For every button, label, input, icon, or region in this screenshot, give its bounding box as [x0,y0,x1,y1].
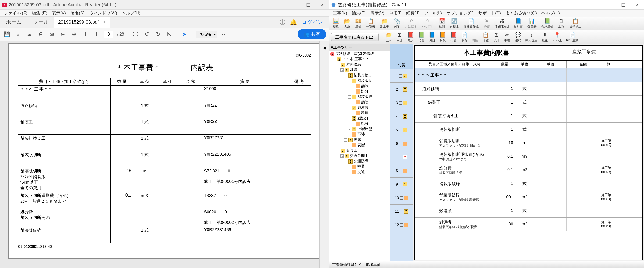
toolbar-間接費作成[interactable]: 📄間接費作成 [462,18,480,29]
row-checkbox[interactable] [399,156,402,159]
row-number-cell[interactable]: 12 [390,218,413,232]
grid-header[interactable]: 単位 [515,60,534,68]
toolbar-諸雑[interactable]: 📋諸雑 [481,31,490,43]
menu-item[interactable]: 表示(V) [50,9,68,17]
toolbar-小計[interactable]: Σ小計 [492,31,501,43]
row-number-cell[interactable]: 4Σ [390,110,413,123]
tree-node[interactable]: -Σ殻処分 [329,116,390,121]
grid-row[interactable]: 殻運搬 1 式 [415,204,642,218]
grid-row[interactable]: 舗装版切断運搬費(汚泥)2t車 片道25kmまで 0.1 m3 [415,150,642,163]
row-number-cell[interactable]: 8 [390,164,413,178]
toolbar-最後[interactable]: ⬇最後 [540,31,550,43]
grid-row[interactable]: 舗装工 1 式 [415,96,642,109]
gaia-menu-item[interactable]: 工事(K) [331,9,349,17]
row-checkbox[interactable] [399,183,402,186]
tree-toggle-icon[interactable]: - [337,149,340,152]
cost-grid[interactable]: 本工事費内訳書 直接工事費 費目／工種／種別／細別／規格数量単位単価金額摘 ＊＊… [414,45,643,260]
grid-header[interactable]: 金額 [567,60,599,68]
toolbar-PDF連動[interactable]: 📄PDF連動 [565,31,580,43]
gaia-maximize-button[interactable]: ☐ [618,2,628,8]
gaia-menu-item[interactable]: 編集(E) [350,9,368,17]
rotate-cw-icon[interactable]: ↻ [154,30,162,38]
document-area[interactable]: 買0-0002 ＊本工事費＊ 内訳表 費目・工種・施工名称など数 量単 位単 価… [0,41,329,268]
tree-toggle-icon[interactable]: - [333,58,336,61]
document-tab[interactable]: 2019015299-03.pdf ✕ [54,16,110,28]
toolbar-工程[interactable]: 🗓工程 [556,18,566,29]
side-panel-rail[interactable]: ◀ [320,41,329,268]
crop-icon[interactable]: ⇱ [166,30,173,38]
gaia-menu-item[interactable]: オプション(O) [445,9,476,17]
row-number-cell[interactable]: 10 [390,191,413,205]
rotate-ccw-icon[interactable]: ↺ [143,30,150,38]
tree-root[interactable]: ● 道路修繕工事(舗装修繕 [329,51,390,56]
bell-icon[interactable]: 🔔 [290,19,297,26]
row-checkbox[interactable] [400,210,403,213]
toolbar-代価[interactable]: 📕代価 [449,31,458,43]
gaia-menu-item[interactable]: 単価(I) [387,9,403,17]
close-button[interactable]: ✕ [318,2,327,8]
toolbar-一覧表[interactable]: 📋一覧表 [365,18,377,29]
toolbar-上へ[interactable]: 📁上へ [384,31,394,43]
tree-node[interactable]: -Σ表層 [329,137,390,142]
minimize-button[interactable]: — [290,2,299,8]
row-number-cell[interactable]: 9Σ [390,178,413,191]
tree-toggle-icon[interactable]: - [344,160,348,163]
toolbar-大系[interactable]: 📂大系 [342,18,352,29]
row-checkbox[interactable] [399,142,402,145]
gaia-menu-item[interactable]: よくある質問(Q) [504,9,538,17]
tree-node[interactable]: -Σ交通誘導 [329,159,390,164]
tree-node[interactable]: -Σ交通管理工 [329,153,390,159]
more-icon[interactable]: ⋯ [220,30,228,38]
page-down-icon[interactable]: ⬇ [93,30,100,38]
grid-row[interactable]: 道路修繕 1 式 [415,82,642,96]
toolbar-数量表[interactable]: 📊数量表 [526,18,538,29]
toolbar-内訳[interactable]: 📕内訳 [406,31,415,43]
tree-toggle-icon[interactable]: - [340,154,344,158]
cloud-icon[interactable]: ☁ [26,30,33,38]
row-checkbox[interactable] [399,115,402,118]
row-checkbox[interactable] [399,88,402,91]
tree-node[interactable]: -Σ仮設工 [329,148,390,153]
grid-row[interactable]: ＊＊本 工事＊＊ [415,68,642,82]
grid-row[interactable]: 舗装版破砕 1 式 [415,177,642,190]
fit-icon[interactable]: ⛶ [132,30,139,38]
row-checkbox[interactable] [400,223,403,227]
row-checkbox[interactable] [399,169,402,172]
toolbar-挿入位置[interactable]: ↕挿入位置 [524,31,539,43]
tree-toggle-icon[interactable]: - [344,138,348,142]
tree-node[interactable]: +Σ上層路盤 [329,126,390,132]
zoom-in-icon[interactable]: ⊕ [70,30,78,38]
tree-toggle-icon[interactable]: - [348,106,351,109]
tree-node[interactable]: -Σ舗装打換え [329,73,390,78]
page-up-icon[interactable]: ⬆ [82,30,89,38]
print-icon[interactable]: 🖨 [37,30,44,38]
tree-toggle-icon[interactable]: + [348,128,351,131]
row-number-cell[interactable]: 11Σ [390,205,413,218]
toolbar-注釈[interactable]: 💬注釈 [513,31,522,43]
tree-toggle-icon[interactable]: - [340,68,344,72]
row-checkbox[interactable] [399,128,402,132]
rail-expand-icon[interactable]: ◀ [320,41,329,55]
tree-toggle-icon[interactable]: - [344,74,348,77]
selection-icon[interactable]: ➤ [181,30,188,38]
toolbar-明細[interactable]: 📘明細 [427,31,436,43]
toolbar-別工事[interactable]: 📁別工事 [378,18,390,29]
mail-icon[interactable]: ✉ [48,30,56,38]
grid-row[interactable]: 舗装版切断アスファルト舗装版 15cm以 18 m 施工第 0001号 [415,136,642,150]
row-number-cell[interactable]: 7? [390,150,413,164]
toolbar-ｶｰｿﾙ上[interactable]: 📍ｶｰｿﾙ上 [551,31,564,43]
menu-item[interactable]: 編集 (E) [30,9,49,17]
toolbar-積算[interactable]: 🧮積算 [331,18,340,29]
grid-row[interactable]: 殻運搬舗装版破砕 機械積込(騒音 30 m3 施工第 0004号 [415,218,642,231]
login-link[interactable]: ログイン [302,19,323,26]
grid-row[interactable]: 処分費舗装版切断汚泥 0.1 m3 施工第 0002号 [415,163,642,177]
gaia-menu-item[interactable]: 経費(J) [404,9,421,17]
menu-item[interactable]: ヘルプ(H) [120,9,142,17]
gaia-minimize-button[interactable]: — [604,2,614,8]
tree-toggle-icon[interactable]: - [348,79,351,82]
tree-node[interactable]: 舗装 [329,100,390,105]
toolbar-単表[interactable]: 📄単表 [460,31,469,43]
zoom-select[interactable]: 70.5% [196,30,217,38]
help-icon[interactable]: ⓘ [280,18,285,26]
toolbar-日当施工[interactable]: 📋日当施工 [568,18,583,29]
